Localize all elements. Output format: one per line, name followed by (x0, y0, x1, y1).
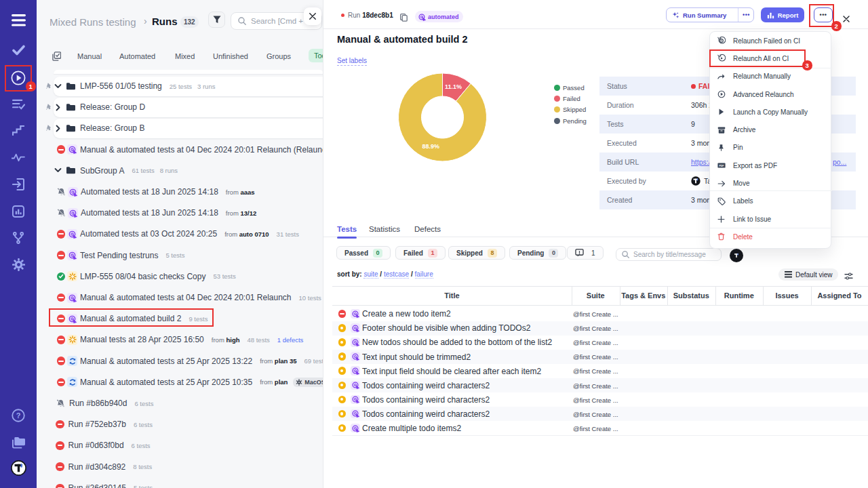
svg-text:88.9%: 88.9% (422, 143, 439, 150)
svg-text:11.1%: 11.1% (445, 83, 462, 90)
svg-text:?: ? (16, 411, 21, 420)
svg-text:PDF: PDF (719, 165, 724, 167)
